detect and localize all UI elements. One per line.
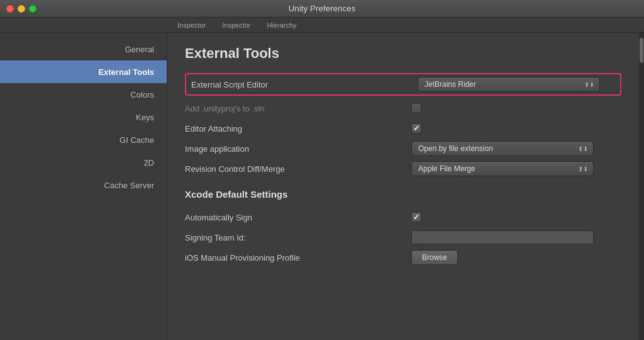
tab-inspector-2[interactable]: Inspector xyxy=(214,20,258,30)
section-title: External Tools xyxy=(185,45,621,62)
editor-attaching-label: Editor Attaching xyxy=(185,124,411,133)
revision-control-dropdown[interactable]: Apple File Merge ⬆⬇ xyxy=(411,161,594,176)
image-application-label: Image application xyxy=(185,144,411,154)
window-controls xyxy=(6,5,36,13)
add-unityproj-label: Add .unityproj's to .sln xyxy=(185,104,411,113)
main-layout: General External Tools Colors Keys GI Ca… xyxy=(0,33,644,340)
image-application-dropdown[interactable]: Open by file extension ⬆⬇ xyxy=(411,141,594,156)
dropdown-arrow-icon: ⬆⬇ xyxy=(584,81,594,88)
editor-attaching-row: Editor Attaching xyxy=(185,118,621,139)
tab-hierarchy[interactable]: Hierarchy xyxy=(260,20,304,30)
external-script-editor-control: JetBrains Rider ⬆⬇ xyxy=(418,77,615,92)
minimize-button[interactable] xyxy=(18,5,25,13)
revision-control-value: Apple File Merge xyxy=(418,164,475,173)
maximize-button[interactable] xyxy=(29,5,36,13)
external-script-editor-value: JetBrains Rider xyxy=(425,80,476,89)
add-unityproj-control xyxy=(411,103,621,113)
image-application-control: Open by file extension ⬆⬇ xyxy=(411,141,621,156)
signing-team-id-row: Signing Team Id: xyxy=(185,227,621,247)
sidebar: General External Tools Colors Keys GI Ca… xyxy=(0,33,167,340)
external-script-editor-dropdown[interactable]: JetBrains Rider ⬆⬇ xyxy=(418,77,600,92)
revision-control-control: Apple File Merge ⬆⬇ xyxy=(411,161,621,176)
scrollbar-track[interactable] xyxy=(639,33,644,340)
dropdown-arrow-icon-2: ⬆⬇ xyxy=(578,145,588,152)
sidebar-item-2d[interactable]: 2D xyxy=(0,151,167,174)
image-application-row: Image application Open by file extension… xyxy=(185,139,621,159)
sidebar-item-external-tools[interactable]: External Tools xyxy=(0,60,167,83)
automatically-sign-label: Automatically Sign xyxy=(185,213,411,222)
titlebar: Unity Preferences xyxy=(0,0,644,18)
sidebar-item-label-external-tools: External Tools xyxy=(98,67,154,77)
sidebar-item-keys[interactable]: Keys xyxy=(0,106,167,128)
sidebar-item-label-keys: Keys xyxy=(136,113,154,122)
signing-team-id-input[interactable] xyxy=(411,230,594,244)
ios-manual-label: iOS Manual Provisioning Profile xyxy=(185,253,411,263)
dropdown-arrow-icon-3: ⬆⬇ xyxy=(578,166,588,173)
ios-manual-control: Browse xyxy=(411,250,621,265)
automatically-sign-row: Automatically Sign xyxy=(185,207,621,227)
scrollbar-thumb[interactable] xyxy=(640,38,643,63)
editor-attaching-control xyxy=(411,123,621,133)
revision-control-label: Revision Control Diff/Merge xyxy=(185,164,411,174)
editor-attaching-checkbox[interactable] xyxy=(411,123,421,133)
external-script-editor-row: External Script Editor JetBrains Rider ⬆… xyxy=(185,73,621,96)
add-unityproj-checkbox[interactable] xyxy=(411,103,421,113)
add-unityproj-row: Add .unityproj's to .sln xyxy=(185,98,621,118)
sidebar-item-label-colors: Colors xyxy=(130,90,154,99)
revision-control-row: Revision Control Diff/Merge Apple File M… xyxy=(185,159,621,179)
sidebar-item-general[interactable]: General xyxy=(0,38,167,60)
tab-bar: Inspector Inspector Hierarchy xyxy=(0,18,644,33)
content-area: External Tools External Script Editor Je… xyxy=(167,33,639,340)
browse-button[interactable]: Browse xyxy=(411,250,458,265)
sidebar-item-label-general: General xyxy=(125,45,154,54)
automatically-sign-control xyxy=(411,212,621,222)
window-title: Unity Preferences xyxy=(289,4,356,13)
close-button[interactable] xyxy=(6,5,14,13)
image-application-value: Open by file extension xyxy=(418,144,493,153)
external-script-editor-label: External Script Editor xyxy=(191,80,418,89)
sidebar-item-gi-cache[interactable]: GI Cache xyxy=(0,128,167,151)
sidebar-item-label-2d: 2D xyxy=(143,158,154,167)
sidebar-item-label-gi-cache: GI Cache xyxy=(119,135,154,145)
ios-manual-row: iOS Manual Provisioning Profile Browse xyxy=(185,247,621,268)
tab-inspector-1[interactable]: Inspector xyxy=(170,20,213,30)
sidebar-item-colors[interactable]: Colors xyxy=(0,83,167,106)
sidebar-item-label-cache-server: Cache Server xyxy=(104,181,154,190)
xcode-section-title: Xcode Default Settings xyxy=(185,189,621,200)
automatically-sign-checkbox[interactable] xyxy=(411,212,421,222)
sidebar-item-cache-server[interactable]: Cache Server xyxy=(0,174,167,196)
signing-team-id-label: Signing Team Id: xyxy=(185,233,411,242)
signing-team-id-control xyxy=(411,230,621,244)
